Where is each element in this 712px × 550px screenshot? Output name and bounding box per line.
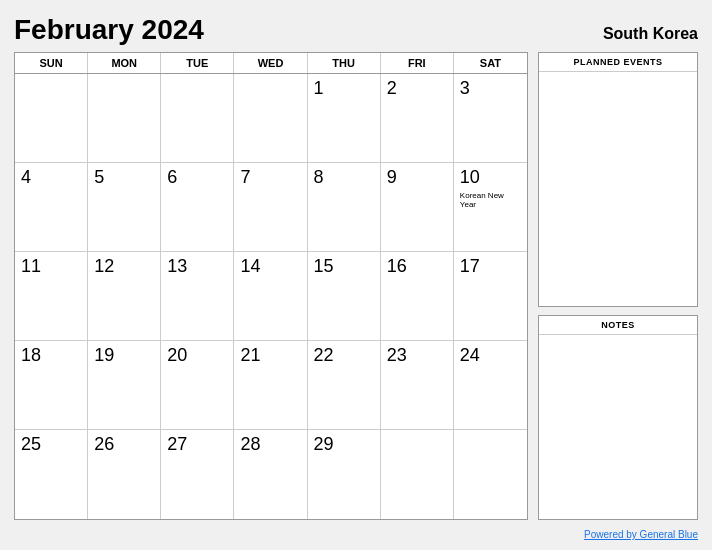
calendar-cell: 6 — [161, 163, 234, 252]
calendar-cell: 25 — [15, 430, 88, 519]
day-number: 20 — [167, 345, 227, 367]
country-title: South Korea — [603, 25, 698, 43]
day-number: 22 — [314, 345, 374, 367]
day-number: 18 — [21, 345, 81, 367]
day-header-mon: MON — [88, 53, 161, 73]
calendar-cell: 28 — [234, 430, 307, 519]
day-header-sun: SUN — [15, 53, 88, 73]
calendar-cell: 11 — [15, 252, 88, 341]
calendar-cell: 16 — [381, 252, 454, 341]
calendar-page: February 2024 South Korea SUN MON TUE WE… — [0, 0, 712, 550]
calendar-cell: 15 — [308, 252, 381, 341]
day-header-tue: TUE — [161, 53, 234, 73]
day-headers: SUN MON TUE WED THU FRI SAT — [15, 53, 527, 74]
day-number: 8 — [314, 167, 374, 189]
day-number: 27 — [167, 434, 227, 456]
day-number: 14 — [240, 256, 300, 278]
day-number: 19 — [94, 345, 154, 367]
day-number: 21 — [240, 345, 300, 367]
calendar-cell: 1 — [308, 74, 381, 163]
calendar-cell: 13 — [161, 252, 234, 341]
day-number: 1 — [314, 78, 374, 100]
day-header-wed: WED — [234, 53, 307, 73]
notes-box: NOTES — [538, 315, 698, 520]
calendar-cell: 14 — [234, 252, 307, 341]
calendar-cell — [88, 74, 161, 163]
calendar-cell: 21 — [234, 341, 307, 430]
calendar-cell: 27 — [161, 430, 234, 519]
sidebar: PLANNED EVENTS NOTES — [538, 52, 698, 520]
calendar-cell: 24 — [454, 341, 527, 430]
day-number: 28 — [240, 434, 300, 456]
calendar-cell — [454, 430, 527, 519]
calendar: SUN MON TUE WED THU FRI SAT 12345678910K… — [14, 52, 528, 520]
powered-by-link[interactable]: Powered by General Blue — [584, 529, 698, 540]
day-number: 10 — [460, 167, 521, 189]
calendar-cell — [381, 430, 454, 519]
calendar-cell: 2 — [381, 74, 454, 163]
day-number: 24 — [460, 345, 521, 367]
day-number: 29 — [314, 434, 374, 456]
day-number: 9 — [387, 167, 447, 189]
calendar-cell: 3 — [454, 74, 527, 163]
day-header-fri: FRI — [381, 53, 454, 73]
day-number: 16 — [387, 256, 447, 278]
calendar-cell: 9 — [381, 163, 454, 252]
day-number: 12 — [94, 256, 154, 278]
calendar-cell: 17 — [454, 252, 527, 341]
calendar-cell: 10Korean New Year — [454, 163, 527, 252]
calendar-cell — [161, 74, 234, 163]
day-number: 11 — [21, 256, 81, 278]
notes-title: NOTES — [539, 316, 697, 335]
day-number: 17 — [460, 256, 521, 278]
day-number: 2 — [387, 78, 447, 100]
day-number: 7 — [240, 167, 300, 189]
calendar-grid: 12345678910Korean New Year11121314151617… — [15, 74, 527, 519]
day-number: 25 — [21, 434, 81, 456]
day-header-thu: THU — [308, 53, 381, 73]
day-number: 15 — [314, 256, 374, 278]
calendar-cell: 7 — [234, 163, 307, 252]
planned-events-content — [539, 72, 697, 306]
calendar-cell — [15, 74, 88, 163]
planned-events-title: PLANNED EVENTS — [539, 53, 697, 72]
calendar-cell — [234, 74, 307, 163]
calendar-cell: 20 — [161, 341, 234, 430]
day-number: 6 — [167, 167, 227, 189]
calendar-cell: 18 — [15, 341, 88, 430]
event-label: Korean New Year — [460, 191, 521, 210]
day-number: 5 — [94, 167, 154, 189]
notes-content — [539, 335, 697, 519]
calendar-cell: 12 — [88, 252, 161, 341]
calendar-cell: 8 — [308, 163, 381, 252]
calendar-cell: 5 — [88, 163, 161, 252]
day-number: 3 — [460, 78, 521, 100]
day-header-sat: SAT — [454, 53, 527, 73]
month-title: February 2024 — [14, 14, 204, 46]
calendar-cell: 29 — [308, 430, 381, 519]
calendar-cell: 23 — [381, 341, 454, 430]
day-number: 13 — [167, 256, 227, 278]
calendar-cell: 19 — [88, 341, 161, 430]
planned-events-box: PLANNED EVENTS — [538, 52, 698, 307]
calendar-cell: 26 — [88, 430, 161, 519]
main-area: SUN MON TUE WED THU FRI SAT 12345678910K… — [14, 52, 698, 520]
footer: Powered by General Blue — [14, 520, 698, 542]
header: February 2024 South Korea — [14, 14, 698, 46]
day-number: 26 — [94, 434, 154, 456]
day-number: 4 — [21, 167, 81, 189]
day-number: 23 — [387, 345, 447, 367]
calendar-cell: 4 — [15, 163, 88, 252]
calendar-cell: 22 — [308, 341, 381, 430]
